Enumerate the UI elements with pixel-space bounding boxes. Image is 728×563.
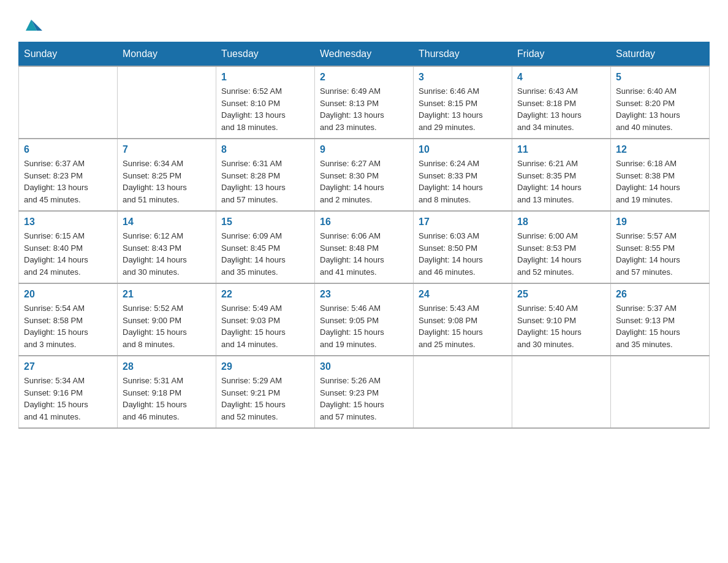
calendar-cell: 23Sunrise: 5:46 AM Sunset: 9:05 PM Dayli… [315,283,414,356]
calendar-cell: 8Sunrise: 6:31 AM Sunset: 8:28 PM Daylig… [216,139,315,211]
day-info: Sunrise: 6:37 AM Sunset: 8:23 PM Dayligh… [24,158,112,205]
calendar-cell: 13Sunrise: 6:15 AM Sunset: 8:40 PM Dayli… [19,211,118,283]
calendar-cell: 15Sunrise: 6:09 AM Sunset: 8:45 PM Dayli… [216,211,315,283]
day-number: 4 [517,72,605,83]
calendar-cell: 21Sunrise: 5:52 AM Sunset: 9:00 PM Dayli… [118,283,216,356]
day-info: Sunrise: 6:24 AM Sunset: 8:33 PM Dayligh… [419,158,507,205]
day-number: 15 [221,216,309,228]
calendar-cell [414,356,512,428]
day-info: Sunrise: 5:34 AM Sunset: 9:16 PM Dayligh… [24,375,112,423]
day-info: Sunrise: 5:46 AM Sunset: 9:05 PM Dayligh… [320,302,408,350]
calendar-cell: 28Sunrise: 5:31 AM Sunset: 9:18 PM Dayli… [118,356,216,428]
day-info: Sunrise: 5:52 AM Sunset: 9:00 PM Dayligh… [123,302,211,350]
day-number: 9 [320,144,408,155]
day-info: Sunrise: 6:40 AM Sunset: 8:20 PM Dayligh… [616,85,704,133]
day-number: 22 [221,289,309,300]
calendar-cell: 26Sunrise: 5:37 AM Sunset: 9:13 PM Dayli… [611,283,710,356]
day-info: Sunrise: 6:21 AM Sunset: 8:35 PM Dayligh… [517,158,605,205]
day-info: Sunrise: 6:43 AM Sunset: 8:18 PM Dayligh… [517,85,605,133]
calendar-cell: 11Sunrise: 6:21 AM Sunset: 8:35 PM Dayli… [512,139,611,211]
day-info: Sunrise: 5:29 AM Sunset: 9:21 PM Dayligh… [221,375,309,423]
calendar-week-row: 20Sunrise: 5:54 AM Sunset: 8:58 PM Dayli… [19,283,710,356]
day-info: Sunrise: 6:09 AM Sunset: 8:45 PM Dayligh… [221,230,309,278]
weekday-header-sunday: Sunday [19,42,118,67]
day-info: Sunrise: 5:26 AM Sunset: 9:23 PM Dayligh… [320,375,408,423]
day-number: 23 [320,289,408,300]
calendar-cell: 27Sunrise: 5:34 AM Sunset: 9:16 PM Dayli… [19,356,118,428]
day-number: 13 [24,216,112,228]
day-number: 20 [24,289,112,300]
weekday-header-wednesday: Wednesday [315,42,414,67]
calendar-cell: 14Sunrise: 6:12 AM Sunset: 8:43 PM Dayli… [118,211,216,283]
day-number: 5 [616,72,704,83]
calendar-cell [512,356,611,428]
weekday-header-saturday: Saturday [611,42,710,67]
day-number: 26 [616,289,704,300]
page-header [18,12,710,29]
calendar-cell: 16Sunrise: 6:06 AM Sunset: 8:48 PM Dayli… [315,211,414,283]
day-info: Sunrise: 6:27 AM Sunset: 8:30 PM Dayligh… [320,158,408,205]
weekday-header-tuesday: Tuesday [216,42,315,67]
day-number: 11 [517,144,605,155]
calendar-cell: 5Sunrise: 6:40 AM Sunset: 8:20 PM Daylig… [611,66,710,139]
day-info: Sunrise: 6:34 AM Sunset: 8:25 PM Dayligh… [123,158,211,205]
calendar-cell: 29Sunrise: 5:29 AM Sunset: 9:21 PM Dayli… [216,356,315,428]
day-number: 18 [517,216,605,228]
day-info: Sunrise: 6:52 AM Sunset: 8:10 PM Dayligh… [221,85,309,133]
day-number: 14 [123,216,211,228]
day-number: 30 [320,361,408,372]
calendar-cell: 7Sunrise: 6:34 AM Sunset: 8:25 PM Daylig… [118,139,216,211]
calendar-cell: 20Sunrise: 5:54 AM Sunset: 8:58 PM Dayli… [19,283,118,356]
day-info: Sunrise: 5:43 AM Sunset: 9:08 PM Dayligh… [419,302,507,350]
day-info: Sunrise: 5:40 AM Sunset: 9:10 PM Dayligh… [517,302,605,350]
day-number: 2 [320,72,408,83]
logo [18,12,43,29]
calendar-week-row: 13Sunrise: 6:15 AM Sunset: 8:40 PM Dayli… [19,211,710,283]
calendar-cell: 25Sunrise: 5:40 AM Sunset: 9:10 PM Dayli… [512,283,611,356]
day-info: Sunrise: 6:46 AM Sunset: 8:15 PM Dayligh… [419,85,507,133]
day-number: 28 [123,361,211,372]
day-info: Sunrise: 6:03 AM Sunset: 8:50 PM Dayligh… [419,230,507,278]
weekday-header-friday: Friday [512,42,611,67]
calendar-cell: 17Sunrise: 6:03 AM Sunset: 8:50 PM Dayli… [414,211,512,283]
calendar-week-row: 6Sunrise: 6:37 AM Sunset: 8:23 PM Daylig… [19,139,710,211]
day-info: Sunrise: 6:18 AM Sunset: 8:38 PM Dayligh… [616,158,704,205]
day-number: 25 [517,289,605,300]
day-number: 17 [419,216,507,228]
day-info: Sunrise: 6:00 AM Sunset: 8:53 PM Dayligh… [517,230,605,278]
day-number: 12 [616,144,704,155]
day-info: Sunrise: 6:06 AM Sunset: 8:48 PM Dayligh… [320,230,408,278]
calendar-cell: 12Sunrise: 6:18 AM Sunset: 8:38 PM Dayli… [611,139,710,211]
logo-icon [20,13,43,32]
day-info: Sunrise: 5:57 AM Sunset: 8:55 PM Dayligh… [616,230,704,278]
day-info: Sunrise: 5:31 AM Sunset: 9:18 PM Dayligh… [123,375,211,423]
day-info: Sunrise: 6:31 AM Sunset: 8:28 PM Dayligh… [221,158,309,205]
day-number: 29 [221,361,309,372]
calendar-cell: 24Sunrise: 5:43 AM Sunset: 9:08 PM Dayli… [414,283,512,356]
day-number: 24 [419,289,507,300]
calendar-cell [19,66,118,139]
day-number: 19 [616,216,704,228]
day-info: Sunrise: 5:54 AM Sunset: 8:58 PM Dayligh… [24,302,112,350]
day-info: Sunrise: 6:12 AM Sunset: 8:43 PM Dayligh… [123,230,211,278]
day-number: 1 [221,72,309,83]
calendar-cell: 18Sunrise: 6:00 AM Sunset: 8:53 PM Dayli… [512,211,611,283]
calendar-week-row: 1Sunrise: 6:52 AM Sunset: 8:10 PM Daylig… [19,66,710,139]
day-number: 10 [419,144,507,155]
calendar-header-row: SundayMondayTuesdayWednesdayThursdayFrid… [19,42,710,67]
calendar-cell: 9Sunrise: 6:27 AM Sunset: 8:30 PM Daylig… [315,139,414,211]
day-number: 8 [221,144,309,155]
calendar-cell [611,356,710,428]
calendar-cell: 1Sunrise: 6:52 AM Sunset: 8:10 PM Daylig… [216,66,315,139]
day-number: 7 [123,144,211,155]
calendar-cell: 10Sunrise: 6:24 AM Sunset: 8:33 PM Dayli… [414,139,512,211]
day-number: 6 [24,144,112,155]
day-info: Sunrise: 6:49 AM Sunset: 8:13 PM Dayligh… [320,85,408,133]
calendar-cell: 30Sunrise: 5:26 AM Sunset: 9:23 PM Dayli… [315,356,414,428]
day-info: Sunrise: 5:49 AM Sunset: 9:03 PM Dayligh… [221,302,309,350]
calendar-week-row: 27Sunrise: 5:34 AM Sunset: 9:16 PM Dayli… [19,356,710,428]
day-number: 21 [123,289,211,300]
weekday-header-thursday: Thursday [414,42,512,67]
calendar-cell: 2Sunrise: 6:49 AM Sunset: 8:13 PM Daylig… [315,66,414,139]
calendar-cell: 3Sunrise: 6:46 AM Sunset: 8:15 PM Daylig… [414,66,512,139]
